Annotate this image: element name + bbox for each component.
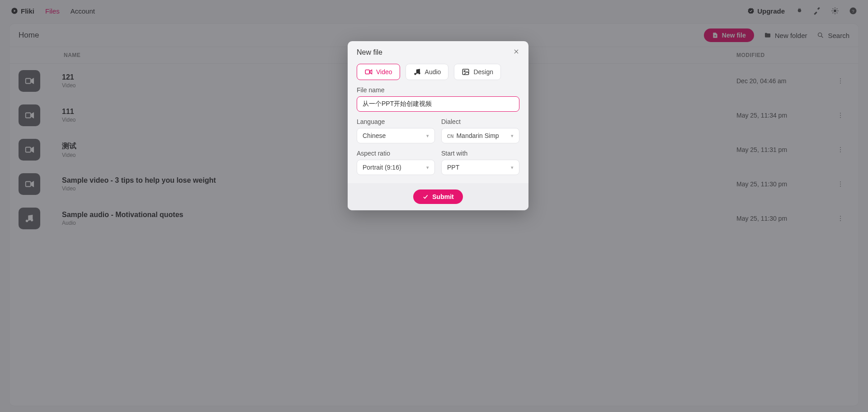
- aspect-ratio-value: Portrait (9:16): [363, 164, 401, 171]
- chevron-down-icon: ▾: [426, 165, 429, 170]
- image-icon: [462, 68, 470, 76]
- modal-title: New file: [357, 48, 382, 57]
- language-label: Language: [357, 118, 435, 125]
- video-icon: [364, 68, 373, 76]
- modal-body: Video Audio Design File name Language Ch…: [348, 60, 528, 183]
- tab-design-label: Design: [473, 68, 493, 76]
- modal-header: New file: [348, 41, 528, 60]
- modal-footer: Submit: [348, 183, 528, 210]
- modal-close-button[interactable]: [513, 48, 519, 57]
- chevron-down-icon: ▾: [426, 133, 429, 139]
- language-value: Chinese: [363, 132, 386, 139]
- dialect-select[interactable]: CNMandarin Simp ▾: [441, 128, 519, 143]
- svg-rect-43: [365, 70, 369, 74]
- tab-audio-label: Audio: [425, 68, 441, 76]
- submit-label: Submit: [432, 193, 453, 200]
- dialect-flag: CN: [447, 134, 453, 139]
- check-icon: [422, 194, 429, 200]
- aspect-ratio-select[interactable]: Portrait (9:16) ▾: [357, 160, 435, 175]
- svg-point-47: [464, 71, 466, 72]
- chevron-down-icon: ▾: [511, 165, 514, 170]
- tab-video-label: Video: [376, 68, 392, 76]
- file-name-input[interactable]: [357, 96, 519, 112]
- start-with-value: PPT: [447, 164, 459, 171]
- dialect-value: CNMandarin Simp: [447, 132, 499, 139]
- file-name-label: File name: [357, 86, 519, 94]
- file-type-tabs: Video Audio Design: [357, 64, 519, 80]
- start-with-select[interactable]: PPT ▾: [441, 160, 519, 175]
- start-with-label: Start with: [441, 150, 519, 157]
- language-select[interactable]: Chinese ▾: [357, 128, 435, 143]
- dialect-label: Dialect: [441, 118, 519, 125]
- music-icon: [413, 68, 421, 76]
- aspect-ratio-label: Aspect ratio: [357, 150, 435, 157]
- svg-marker-44: [370, 70, 372, 74]
- chevron-down-icon: ▾: [511, 133, 514, 139]
- tab-design[interactable]: Design: [454, 64, 501, 80]
- close-icon: [513, 48, 519, 55]
- submit-button[interactable]: Submit: [413, 189, 462, 204]
- svg-point-45: [418, 72, 420, 75]
- tab-video[interactable]: Video: [357, 64, 400, 80]
- new-file-modal: New file Video Audio Design File name La…: [348, 41, 528, 210]
- dialect-text: Mandarin Simp: [456, 132, 499, 139]
- tab-audio[interactable]: Audio: [406, 64, 449, 80]
